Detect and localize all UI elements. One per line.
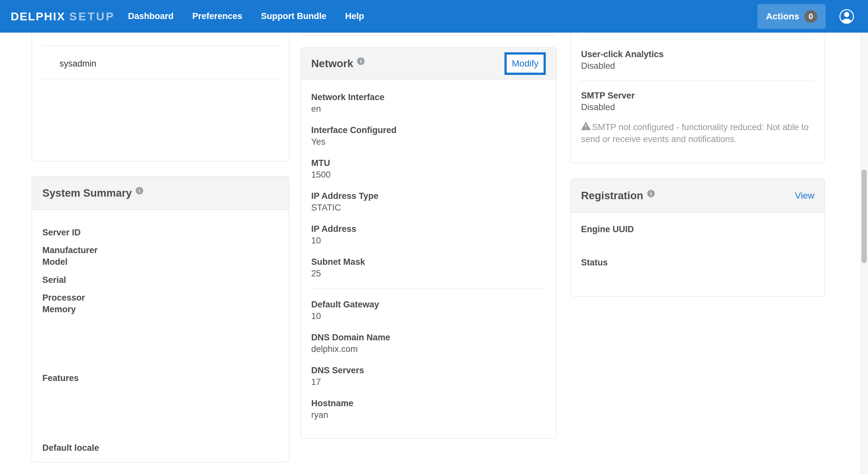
nav-item-preferences[interactable]: Preferences <box>192 11 242 21</box>
field-label: Default Gateway <box>311 299 546 310</box>
nav-item-dashboard[interactable]: Dashboard <box>128 11 174 21</box>
field-label: Subnet Mask <box>311 256 546 268</box>
divider <box>42 45 280 45</box>
field-label: Hostname <box>311 398 546 409</box>
view-link[interactable]: View <box>795 191 814 201</box>
field-label: SMTP Server <box>581 90 814 101</box>
label-model: Model <box>42 256 67 268</box>
field-hostname: Hostname ryan <box>311 398 546 421</box>
network-header: Network i Modify <box>301 48 556 79</box>
modify-button[interactable]: Modify <box>504 52 546 75</box>
field-label: DNS Domain Name <box>311 332 546 343</box>
label-features: Features <box>42 372 79 384</box>
brand-name: DELPHIX <box>11 10 65 23</box>
label-server-id: Server ID <box>42 227 81 238</box>
field-default-gateway: Default Gateway 10 <box>311 299 546 322</box>
field-dns-servers: DNS Servers 17 <box>311 365 546 388</box>
field-value: delphix.com <box>311 343 546 355</box>
field-label: DNS Servers <box>311 365 546 376</box>
field-ip-address-type: IP Address Type STATIC <box>311 190 546 213</box>
field-value: ryan <box>311 409 546 421</box>
label-manufacturer: Manufacturer <box>42 244 98 256</box>
top-nav: DELPHIX SETUP Dashboard Preferences Supp… <box>0 0 868 33</box>
network-card: Network i Modify Network Interface en In… <box>301 47 556 438</box>
label-serial: Serial <box>42 274 66 286</box>
system-summary-title: System Summary <box>42 187 132 199</box>
field-dns-domain-name: DNS Domain Name delphix.com <box>311 332 546 355</box>
label-processor: Processor <box>42 292 85 304</box>
field-user-click-analytics: User-click Analytics Disabled <box>581 48 814 72</box>
field-label: IP Address <box>311 223 546 235</box>
field-value: 10 <box>311 310 546 322</box>
brand-suffix: SETUP <box>69 10 115 23</box>
divider <box>42 79 280 79</box>
info-icon[interactable]: i <box>647 190 655 197</box>
divider <box>581 81 814 81</box>
field-value: 17 <box>311 376 546 388</box>
field-value: 10 <box>311 235 546 246</box>
nav-item-support-bundle[interactable]: Support Bundle <box>261 11 327 21</box>
scrollbar-track[interactable] <box>861 33 868 474</box>
field-mtu: MTU 1500 <box>311 157 546 180</box>
field-label: User-click Analytics <box>581 48 814 60</box>
field-label: Network Interface <box>311 91 546 103</box>
nav-item-help[interactable]: Help <box>345 11 364 21</box>
field-value: 25 <box>311 268 546 279</box>
actions-button[interactable]: Actions 0 <box>757 4 826 29</box>
warning-icon-glyph: ! <box>584 124 588 130</box>
field-label: Interface Configured <box>311 124 546 136</box>
system-summary-card: System Summary i Server ID Manufacturer … <box>32 176 289 462</box>
actions-count-badge: 0 <box>804 10 817 23</box>
actions-button-label: Actions <box>766 11 799 22</box>
divider <box>581 39 814 39</box>
delphix-setup-logo: DELPHIX SETUP <box>11 10 115 23</box>
users-card: sysadmin <box>32 27 289 162</box>
warning-message: SMTP not configured - functionality redu… <box>581 123 809 144</box>
system-summary-header: System Summary i <box>32 176 289 210</box>
field-value: Yes <box>311 136 546 147</box>
info-icon[interactable]: i <box>136 187 143 194</box>
smtp-warning-text: !SMTP not configured - functionality red… <box>581 122 812 145</box>
field-smtp-server: SMTP Server Disabled <box>581 90 814 113</box>
field-value: en <box>311 103 546 114</box>
label-memory: Memory <box>42 304 76 315</box>
registration-card: Registration i View Engine UUID Status <box>570 178 825 296</box>
info-icon[interactable]: i <box>357 58 365 65</box>
field-value: 1500 <box>311 169 546 180</box>
field-subnet-mask: Subnet Mask 25 <box>311 256 546 279</box>
network-title: Network <box>311 58 353 70</box>
field-ip-address: IP Address 10 <box>311 223 546 246</box>
user-list-item-sysadmin[interactable]: sysadmin <box>59 58 96 69</box>
field-network-interface: Network Interface en <box>311 91 546 114</box>
user-avatar-icon[interactable] <box>839 9 854 24</box>
registration-title: Registration <box>581 190 643 202</box>
warning-icon: ! <box>581 122 591 130</box>
field-label: MTU <box>311 157 546 169</box>
registration-header: Registration i View <box>571 179 825 213</box>
field-value: Disabled <box>581 60 814 72</box>
label-engine-uuid: Engine UUID <box>581 224 634 235</box>
divider <box>311 289 546 289</box>
scrollbar-thumb[interactable] <box>862 170 867 263</box>
field-label: IP Address Type <box>311 190 546 202</box>
label-status: Status <box>581 257 608 268</box>
label-default-locale: Default locale <box>42 442 99 454</box>
field-value: STATIC <box>311 202 546 213</box>
status-card: User-click Analytics Disabled SMTP Serve… <box>570 27 825 163</box>
field-interface-configured: Interface Configured Yes <box>311 124 546 147</box>
field-value: Disabled <box>581 101 814 113</box>
